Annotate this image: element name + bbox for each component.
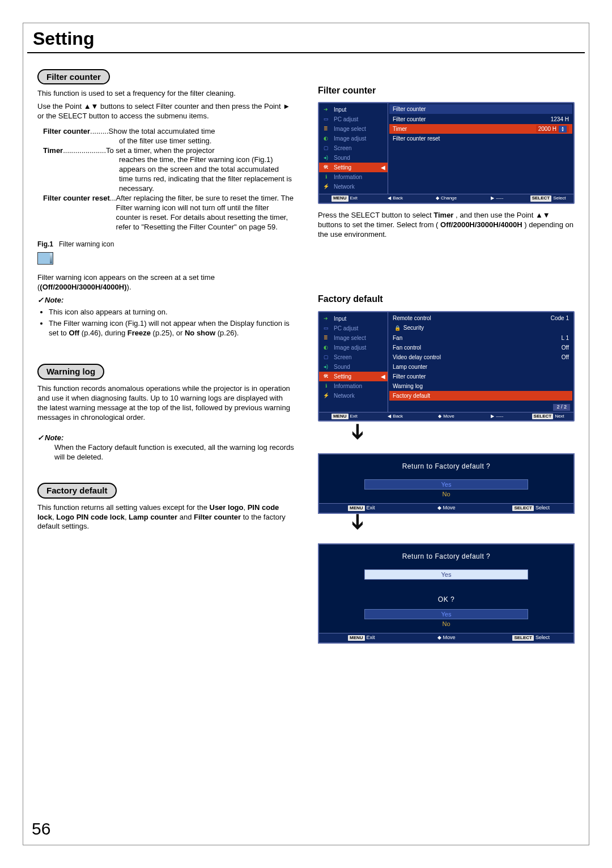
image-adjust-icon: ◐: [321, 344, 330, 351]
network-icon: ⚡: [321, 184, 330, 190]
warning-log-heading: Warning log: [37, 364, 104, 380]
osd-row-fan[interactable]: FanL 1: [389, 333, 572, 343]
osd-row-filter[interactable]: Filter counter: [389, 372, 572, 381]
osd-item-network[interactable]: ⚡Network: [319, 182, 388, 192]
osd-row-security[interactable]: 🔒 Security: [389, 323, 572, 333]
chevron-left-icon: ◀: [381, 164, 385, 171]
osd-row-warn[interactable]: Warning log: [389, 381, 572, 391]
osd-row-remote[interactable]: Remote controlCode 1: [389, 313, 572, 323]
fcr-desc: After replacing the filter, be sure to r…: [116, 194, 294, 232]
osd-item-sound[interactable]: ◂)Sound: [319, 153, 388, 163]
fc-sublist: Filter counter ......... Show the total …: [43, 127, 294, 232]
setting-icon: 🛠: [321, 164, 330, 171]
note-heading: Note:: [37, 296, 294, 305]
network-icon: ⚡: [321, 393, 330, 399]
osd-item-input[interactable]: ➜Input: [319, 105, 388, 114]
fc-key: Filter counter: [43, 127, 90, 137]
osd-item-screen[interactable]: ▢Screen: [319, 143, 388, 153]
osd-item-imgsel[interactable]: ≣Image select: [319, 124, 388, 134]
osd-footer-2: MENUExit ◀ Back ◆ Move ▶ ----- SELECTNex…: [319, 412, 573, 420]
dlg2-ok: OK ?: [319, 591, 573, 609]
fcr-key: Filter counter reset: [43, 194, 110, 232]
osd-page-indicator: 2 / 2: [553, 404, 570, 411]
osd-row-lamp[interactable]: Lamp counter: [389, 362, 572, 372]
setting-icon: 🛠: [321, 373, 330, 380]
timer-key: Timer: [43, 146, 63, 156]
info-icon: ℹ: [321, 383, 330, 390]
osd-factory-heading: Factory default: [318, 293, 575, 305]
image-adjust-icon: ◐: [321, 135, 330, 142]
osd-item-pc[interactable]: ▭PC adjust: [319, 114, 388, 124]
osd-row-vdc[interactable]: Video delay controlOff: [389, 352, 572, 362]
dlg1-text: Return to Factory default ?: [319, 454, 573, 479]
fd-intro: This function returns all setting values…: [37, 503, 294, 532]
osd-row-fd[interactable]: Factory default: [389, 391, 572, 401]
factory-default-heading: Factory default: [37, 483, 117, 499]
sound-icon: ◂): [321, 364, 330, 371]
monitor-icon: ▭: [321, 116, 330, 123]
fc-intro-2: Use the Point ▲▼ buttons to select Filte…: [37, 102, 294, 121]
osd-filter-menu: ➜Input ▭PC adjust ≣Image select ◐Image a…: [318, 102, 575, 203]
section-rule: [27, 52, 585, 53]
osd-item-imgadj[interactable]: ◐Image adjust: [319, 134, 388, 143]
dlg2-ok-yes[interactable]: Yes: [364, 609, 528, 619]
wl-intro: This function records anomalous operatio…: [37, 384, 294, 423]
fc-desc: Show the total accumulated time: [109, 127, 294, 137]
image-select-icon: ≣: [321, 126, 330, 133]
osd-row-fcreset[interactable]: Filter counter reset: [389, 134, 572, 143]
osd-item-info[interactable]: ℹInformation: [319, 172, 388, 182]
page-number: 56: [32, 818, 50, 840]
osd-filter-caption: Press the SELECT button to select Timer …: [318, 211, 575, 240]
osd-filter-heading: Filter counter: [318, 85, 575, 97]
updown-icon[interactable]: ▲▼: [559, 126, 567, 133]
osd-side-menu-2: ➜Input ▭PC adjust ≣Image select ◐Image a…: [319, 312, 388, 412]
factory-default-dialog-1: Return to Factory default ? Yes No MENU …: [318, 453, 575, 514]
info-icon: ℹ: [321, 174, 330, 181]
filter-warning-icon: [37, 252, 53, 265]
input-icon: ➜: [321, 316, 330, 322]
osd-item-setting[interactable]: 🛠Setting◀: [319, 163, 388, 172]
osd-factory-menu: ➜Input ▭PC adjust ≣Image select ◐Image a…: [318, 311, 575, 422]
factory-default-dialog-2: Return to Factory default ? Yes OK ? Yes…: [318, 543, 575, 644]
arrow-down-icon: ➔: [347, 423, 369, 451]
dlg2-text: Return to Factory default ?: [319, 544, 573, 569]
filter-counter-heading: Filter counter: [37, 69, 110, 85]
arrow-down-icon: ➔: [347, 513, 369, 541]
timer-desc: To set a timer, when the projector: [106, 146, 294, 156]
osd-main-header: Filter counter: [389, 104, 572, 114]
sound-icon: ◂): [321, 155, 330, 161]
fc-after-fig: Filter warning icon appears on the scree…: [37, 273, 294, 292]
wl-note: When the Factory default function is exe…: [37, 443, 294, 462]
section-title: Setting: [33, 27, 589, 51]
dlg1-yes[interactable]: Yes: [364, 479, 528, 490]
osd-row-fanctrl[interactable]: Fan controlOff: [389, 343, 572, 352]
fig1-label: Fig.1 Filter warning icon: [37, 240, 294, 249]
osd-row-fc[interactable]: Filter counter1234 H: [389, 114, 572, 124]
lock-icon: 🔒: [393, 325, 402, 332]
screen-icon: ▢: [321, 145, 330, 152]
image-select-icon: ≣: [321, 335, 330, 342]
dlg1-no[interactable]: No: [319, 490, 573, 499]
osd-footer: MENUExit ◀ Back ◆ Change ▶ ----- SELECTS…: [319, 194, 573, 202]
screen-icon: ▢: [321, 354, 330, 361]
wl-note-heading: Note:: [37, 433, 294, 443]
chevron-left-icon: ◀: [381, 373, 385, 380]
osd-row-timer[interactable]: Timer 2000 H▲▼: [389, 124, 572, 134]
dlg2-yes[interactable]: Yes: [364, 569, 528, 580]
osd-side-menu: ➜Input ▭PC adjust ≣Image select ◐Image a…: [319, 103, 388, 194]
fc-notes: This icon also appears at turning on. Th…: [49, 308, 294, 338]
monitor-icon: ▭: [321, 325, 330, 332]
fc-intro-1: This function is used to set a frequency…: [37, 89, 294, 99]
dlg2-ok-no[interactable]: No: [319, 619, 573, 628]
input-icon: ➜: [321, 107, 330, 113]
